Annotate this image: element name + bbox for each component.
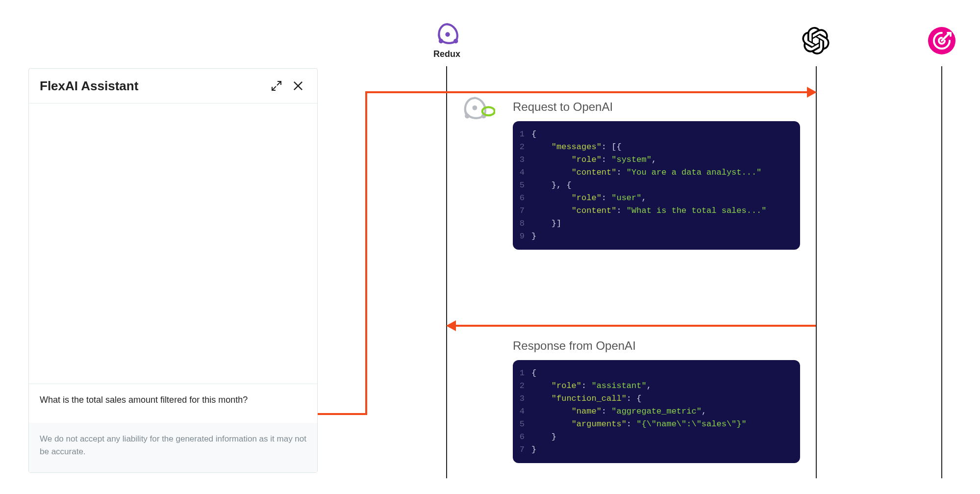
line-number: 7 (519, 205, 531, 217)
code-line: 2 "messages": [{ (519, 141, 791, 154)
lifeline-target (941, 66, 942, 478)
line-number: 2 (519, 380, 531, 392)
line-content: } (531, 431, 556, 443)
chat-input[interactable]: What is the total sales amount filtered … (29, 384, 317, 423)
line-number: 3 (519, 392, 531, 405)
chat-disclaimer: We do not accept any liability for the g… (29, 423, 317, 472)
line-number: 5 (519, 179, 531, 192)
redux-saga-badge (460, 96, 495, 126)
svg-point-9 (482, 107, 495, 115)
expand-icon (271, 80, 282, 92)
code-line: 3 "role": "system", (519, 154, 791, 166)
lifeline-openai (816, 66, 817, 478)
line-number: 6 (519, 192, 531, 205)
chat-panel: FlexAI Assistant What is the total sales… (28, 68, 318, 473)
line-number: 8 (519, 217, 531, 230)
code-line: 9} (519, 230, 791, 243)
code-line: 7 "content": "What is the total sales...… (519, 205, 791, 217)
actor-redux-label: Redux (433, 49, 460, 59)
line-number: 6 (519, 431, 531, 443)
svg-point-6 (465, 114, 470, 119)
arrow-openai-to-redux (455, 325, 816, 327)
code-line: 6 "role": "user", (519, 192, 791, 205)
svg-marker-5 (446, 320, 456, 331)
line-number: 1 (519, 367, 531, 380)
line-content: "function_call": { (531, 392, 641, 405)
actor-target (928, 27, 955, 54)
arrow-chat-to-redux-v (365, 91, 367, 415)
redux-saga-icon (460, 96, 495, 124)
code-line: 4 "name": "aggregate_metric", (519, 405, 791, 418)
line-number: 3 (519, 154, 531, 166)
redux-icon (434, 23, 460, 47)
line-number: 2 (519, 141, 531, 154)
line-content: } (531, 443, 536, 456)
line-number: 9 (519, 230, 531, 243)
expand-button[interactable] (268, 78, 285, 94)
code-line: 7} (519, 443, 791, 456)
code-line: 8 }] (519, 217, 791, 230)
arrow-chat-to-redux-h1 (318, 413, 365, 415)
code-line: 1{ (519, 367, 791, 380)
response-section-title: Response from OpenAI (513, 339, 636, 353)
line-content: { (531, 367, 536, 380)
line-number: 7 (519, 443, 531, 456)
line-number: 4 (519, 166, 531, 179)
line-content: "name": "aggregate_metric", (531, 405, 706, 418)
actor-openai (802, 27, 829, 54)
chat-header: FlexAI Assistant (29, 69, 317, 104)
arrowhead-to-openai (807, 87, 817, 98)
chat-input-text: What is the total sales amount filtered … (40, 395, 248, 405)
line-content: "arguments": "{\"name\":\"sales\"}" (531, 418, 747, 431)
line-content: } (531, 230, 536, 243)
line-number: 1 (519, 128, 531, 141)
code-response: 1{2 "role": "assistant",3 "function_call… (513, 360, 800, 463)
svg-point-0 (438, 39, 443, 43)
line-number: 4 (519, 405, 531, 418)
svg-point-8 (473, 105, 477, 110)
chat-title: FlexAI Assistant (40, 78, 263, 94)
actor-redux: Redux (433, 23, 460, 59)
line-content: "content": "What is the total sales..." (531, 205, 767, 217)
code-line: 6 } (519, 431, 791, 443)
code-request: 1{2 "messages": [{3 "role": "system",4 "… (513, 121, 800, 250)
line-content: "role": "system", (531, 154, 656, 166)
line-content: }, { (531, 179, 572, 192)
request-section-title: Request to OpenAI (513, 100, 613, 114)
line-content: "role": "user", (531, 192, 647, 205)
code-line: 4 "content": "You are a data analyst..." (519, 166, 791, 179)
arrowhead-to-redux (446, 320, 456, 331)
line-content: "messages": [{ (531, 141, 622, 154)
chat-messages-area (29, 104, 317, 384)
lifeline-redux (446, 66, 447, 478)
svg-point-1 (453, 39, 458, 43)
code-line: 3 "function_call": { (519, 392, 791, 405)
svg-marker-4 (807, 87, 817, 98)
openai-icon (802, 27, 829, 54)
code-line: 2 "role": "assistant", (519, 380, 791, 392)
target-icon (928, 27, 955, 54)
line-content: "content": "You are a data analyst..." (531, 166, 761, 179)
line-content: }] (531, 217, 561, 230)
code-line: 5 }, { (519, 179, 791, 192)
line-content: "role": "assistant", (531, 380, 652, 392)
line-number: 5 (519, 418, 531, 431)
close-icon (291, 79, 305, 93)
arrow-redux-to-openai (365, 91, 807, 93)
close-button[interactable] (290, 78, 306, 94)
code-line: 1{ (519, 128, 791, 141)
line-content: { (531, 128, 536, 141)
svg-point-2 (445, 32, 450, 37)
code-line: 5 "arguments": "{\"name\":\"sales\"}" (519, 418, 791, 431)
